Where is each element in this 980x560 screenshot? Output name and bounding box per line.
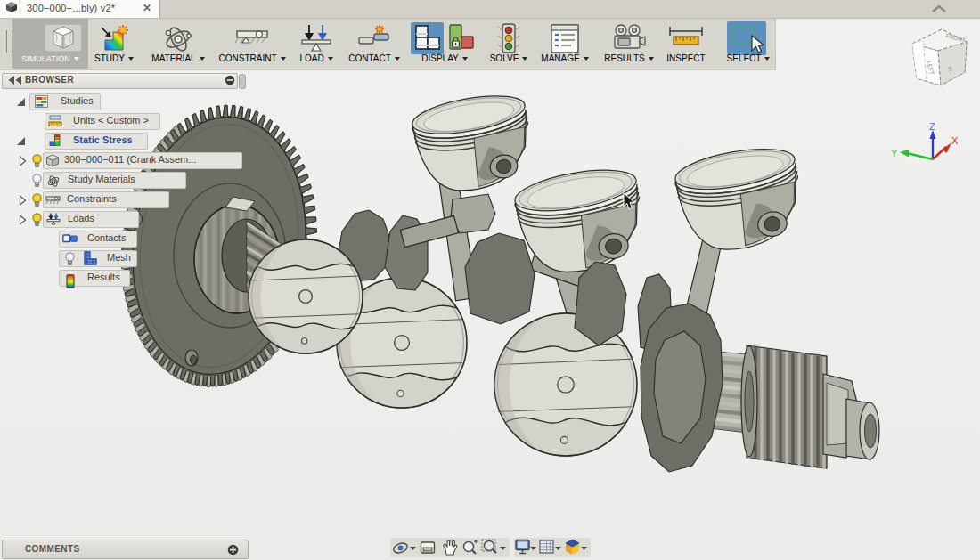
- svg-text:X: X: [951, 135, 959, 146]
- svg-text:Z: Z: [929, 121, 935, 132]
- svg-text:Y: Y: [891, 148, 898, 158]
